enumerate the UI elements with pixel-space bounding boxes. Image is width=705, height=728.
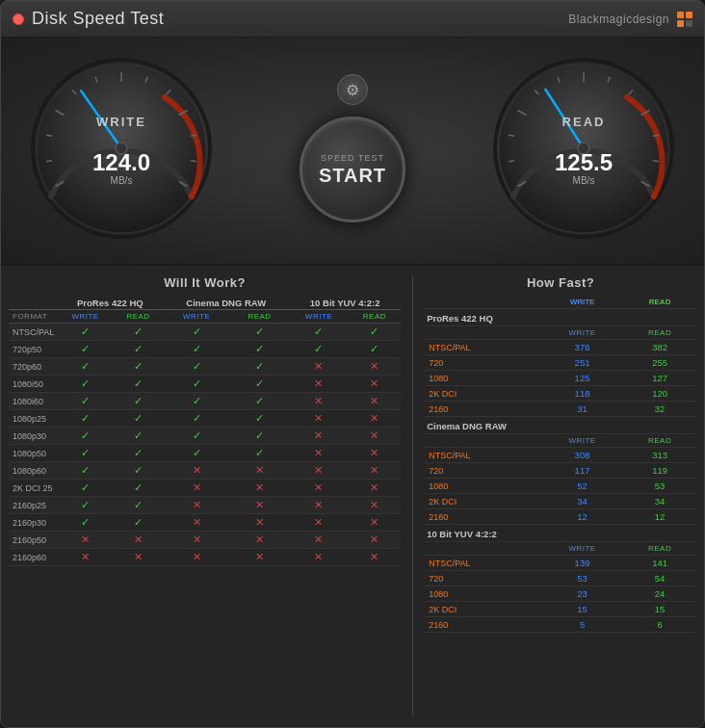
settings-button[interactable]: ⚙ xyxy=(337,74,368,105)
check-icon: ✓ xyxy=(134,377,143,389)
close-button[interactable] xyxy=(13,13,24,25)
write-value: 308 xyxy=(541,448,623,463)
format-cell: 1080 xyxy=(425,586,541,602)
check-cell: ✕ xyxy=(289,445,349,462)
table-row: 720p50✓✓✓✓✓✓ xyxy=(9,341,401,358)
check-cell: ✕ xyxy=(349,393,401,410)
write-value: 34 xyxy=(541,494,623,509)
will-it-work-title: Will It Work? xyxy=(9,275,401,290)
format-cell: 720p50 xyxy=(9,341,57,358)
format-cell: 2K DCI xyxy=(425,386,541,402)
write-value: 52 xyxy=(541,479,623,494)
check-icon: ✓ xyxy=(314,343,323,354)
brand-dot-3 xyxy=(677,20,684,27)
check-cell: ✕ xyxy=(230,462,289,480)
check-cell: ✕ xyxy=(163,549,230,566)
cross-icon: ✕ xyxy=(255,499,264,510)
group-label: Cinema DNG RAW xyxy=(425,417,696,434)
list-item: 2K DCI1515 xyxy=(425,602,696,617)
format-cell: 720 xyxy=(425,463,541,479)
write-sub-3: WRITE xyxy=(289,310,349,324)
read-sub-3: READ xyxy=(349,310,401,324)
check-cell: ✕ xyxy=(349,358,401,376)
check-cell: ✕ xyxy=(163,480,230,497)
check-cell: ✓ xyxy=(114,324,164,341)
read-value: 54 xyxy=(623,571,696,586)
list-item: 2K DCI118120 xyxy=(425,386,696,402)
list-item: 21601212 xyxy=(425,509,696,525)
speed-test-label: SPEED TEST xyxy=(321,153,384,163)
check-cell: ✓ xyxy=(230,376,289,393)
check-icon: ✓ xyxy=(255,343,264,354)
check-cell: ✓ xyxy=(57,341,113,358)
cross-icon: ✕ xyxy=(314,360,323,372)
read-value: 53 xyxy=(623,479,696,494)
check-cell: ✕ xyxy=(349,376,401,393)
check-cell: ✕ xyxy=(349,532,401,549)
gear-icon: ⚙ xyxy=(346,81,359,99)
cross-icon: ✕ xyxy=(81,533,90,545)
table-row: 1080i50✓✓✓✓✕✕ xyxy=(9,376,401,393)
check-cell: ✓ xyxy=(163,428,230,445)
check-icon: ✓ xyxy=(193,429,201,441)
format-header xyxy=(9,296,57,310)
cross-icon: ✕ xyxy=(314,516,323,528)
table-row: 1080p30✓✓✓✓✕✕ xyxy=(9,428,401,445)
check-icon: ✓ xyxy=(193,377,201,389)
check-cell: ✓ xyxy=(349,324,401,341)
check-cell: ✕ xyxy=(349,514,401,532)
check-icon: ✓ xyxy=(81,516,90,528)
check-icon: ✓ xyxy=(193,360,201,372)
check-icon: ✓ xyxy=(134,395,143,406)
cross-icon: ✕ xyxy=(314,533,323,545)
gauges-section: WRITE 124.0 MB/s ⚙ SPEED TEST START xyxy=(1,38,704,266)
list-item: 7205354 xyxy=(425,571,696,586)
cross-icon: ✕ xyxy=(193,499,201,510)
start-button[interactable]: SPEED TEST START xyxy=(300,117,405,222)
app-window: Disk Speed Test Blackmagicdesign xyxy=(0,0,705,728)
read-value: 255 xyxy=(623,355,696,371)
check-cell: ✓ xyxy=(57,393,113,410)
check-icon: ✓ xyxy=(81,499,90,510)
cross-icon: ✕ xyxy=(370,429,379,441)
read-sub-2: READ xyxy=(230,310,289,324)
write-sub-1: WRITE xyxy=(57,310,113,324)
will-it-work-table: ProRes 422 HQ Cinema DNG RAW 10 Bit YUV … xyxy=(9,296,401,566)
format-cell: 2160p25 xyxy=(9,497,57,514)
check-cell: ✕ xyxy=(289,497,349,514)
cross-icon: ✕ xyxy=(134,551,143,562)
hf-read-header: READ xyxy=(623,296,696,309)
read-value: 32 xyxy=(623,402,696,417)
read-value: 313 xyxy=(623,448,696,463)
write-sub-2: WRITE xyxy=(163,310,230,324)
check-cell: ✕ xyxy=(230,514,289,532)
yuv-header: 10 Bit YUV 4:2:2 xyxy=(289,296,401,310)
cross-icon: ✕ xyxy=(255,464,264,476)
svg-text:READ: READ xyxy=(562,115,606,129)
check-icon: ✓ xyxy=(81,395,90,406)
check-icon: ✓ xyxy=(81,325,90,337)
cross-icon: ✕ xyxy=(370,481,379,493)
cross-icon: ✕ xyxy=(370,412,379,424)
check-cell: ✕ xyxy=(163,462,230,480)
format-cell: 2160p30 xyxy=(9,514,57,532)
format-cell: 720 xyxy=(425,571,541,586)
write-value: 12 xyxy=(541,509,623,525)
format-cell: 2K DCI xyxy=(425,602,541,617)
check-cell: ✕ xyxy=(349,480,401,497)
cross-icon: ✕ xyxy=(314,499,323,510)
check-cell: ✕ xyxy=(230,480,289,497)
check-cell: ✓ xyxy=(289,341,349,358)
check-cell: ✓ xyxy=(114,358,164,376)
check-icon: ✓ xyxy=(81,343,90,354)
write-value: 376 xyxy=(541,340,623,355)
cross-icon: ✕ xyxy=(370,360,379,372)
svg-text:WRITE: WRITE xyxy=(96,115,146,129)
table-row: NTSC/PAL✓✓✓✓✓✓ xyxy=(9,324,401,341)
check-icon: ✓ xyxy=(134,499,143,510)
check-cell: ✓ xyxy=(57,410,113,428)
check-cell: ✓ xyxy=(230,428,289,445)
format-cell: 2160 xyxy=(425,402,541,417)
write-value: 53 xyxy=(541,571,623,586)
check-cell: ✓ xyxy=(114,410,164,428)
